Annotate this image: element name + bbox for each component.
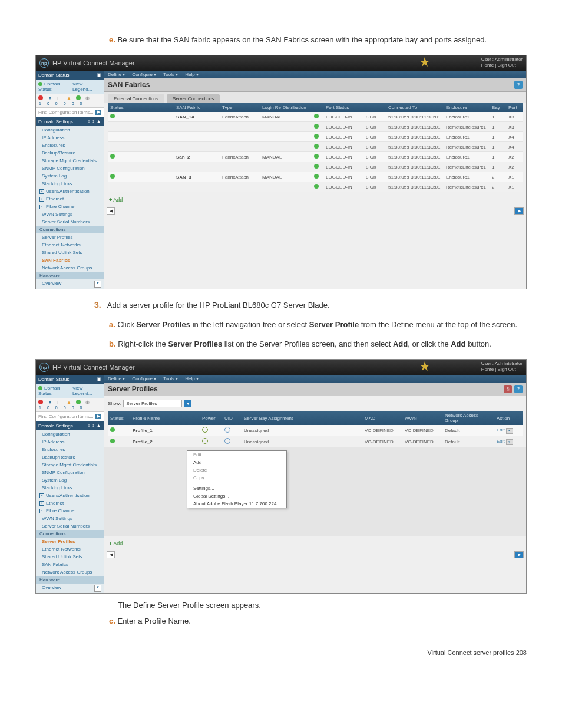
nav-wwn[interactable]: WWN Settings <box>36 515 104 522</box>
scroll-left-icon[interactable]: ◀ <box>107 551 115 558</box>
nav-connections-header[interactable]: Connections <box>36 226 104 233</box>
nav-configuration[interactable]: Configuration <box>36 430 104 438</box>
add-button[interactable]: + Add <box>104 192 526 207</box>
domain-settings-header[interactable]: Domain Settings ↕ ↕ ▲ <box>36 117 104 126</box>
edit-action[interactable]: Edit▾ <box>497 439 513 444</box>
nav-stacking-links[interactable]: Stacking Links <box>36 180 104 187</box>
show-select[interactable]: Server Profiles <box>123 400 182 407</box>
nav-serial-numbers[interactable]: Server Serial Numbers <box>36 522 104 530</box>
nav-serial-numbers[interactable]: Server Serial Numbers <box>36 218 104 226</box>
menu-configure[interactable]: Configure ▾ <box>132 72 156 77</box>
menu-define[interactable]: Define ▾ <box>108 376 125 381</box>
nav-connections-header[interactable]: Connections <box>36 530 104 538</box>
nav-shared-uplinks[interactable]: Shared Uplink Sets <box>36 553 104 561</box>
nav-ethernet[interactable]: +Ethernet <box>36 499 104 507</box>
tab-server-connections[interactable]: Server Connections <box>167 94 220 103</box>
menu-tools[interactable]: Tools ▾ <box>163 72 178 77</box>
menu-define[interactable]: Define ▾ <box>108 72 125 77</box>
search-input[interactable]: Find Configuration Items... ▶ <box>36 412 104 421</box>
nav-ip-address[interactable]: IP Address <box>36 134 104 141</box>
tool-icon[interactable]: ⎘ <box>504 385 512 393</box>
domain-status-body[interactable]: Domain Status View Legend... <box>36 384 104 398</box>
nav-enclosures[interactable]: Enclosures <box>36 446 104 453</box>
context-global-settings[interactable]: Global Settings... <box>187 492 286 500</box>
table-row[interactable]: LOGGED-IN8 Gb51:08:05:F3:00:11:3C:01Encl… <box>108 132 523 142</box>
menu-help[interactable]: Help ▾ <box>185 376 199 381</box>
scroll-right-icon[interactable]: ▶ <box>514 207 524 215</box>
menu-tools[interactable]: Tools ▾ <box>163 376 178 381</box>
scroll-left-icon[interactable]: ◀ <box>107 207 115 215</box>
nav-network-access-groups[interactable]: Network Access Groups <box>36 568 104 576</box>
nav-snmp[interactable]: SNMP Configuration <box>36 164 104 172</box>
chevron-down-icon[interactable]: ▾ <box>506 428 513 434</box>
help-icon[interactable]: ? <box>514 81 523 89</box>
uid-icon[interactable] <box>224 427 230 433</box>
nav-shared-uplinks[interactable]: Shared Uplink Sets <box>36 249 104 256</box>
dropdown-icon[interactable]: ▼ <box>184 400 191 407</box>
nav-snmp[interactable]: SNMP Configuration <box>36 469 104 476</box>
scroll-down-icon[interactable]: ▼ <box>94 585 101 592</box>
profiles-content-area[interactable]: Edit Add Delete Copy Settings... Global … <box>104 447 526 536</box>
domain-settings-header[interactable]: Domain Settings ↕ ↕ ▲ <box>36 421 104 430</box>
nav-ethernet-networks[interactable]: Ethernet Networks <box>36 545 104 553</box>
nav-stacking-links[interactable]: Stacking Links <box>36 484 104 492</box>
menu-help[interactable]: Help ▾ <box>185 72 199 77</box>
nav-backup-restore[interactable]: Backup/Restore <box>36 453 104 461</box>
nav-overview[interactable]: Overview▼ <box>36 584 104 593</box>
context-settings[interactable]: Settings... <box>187 485 286 492</box>
menu-configure[interactable]: Configure ▾ <box>132 376 156 381</box>
nav-hardware-header[interactable]: Hardware <box>36 272 104 279</box>
nav-fibre[interactable]: −Fibre Channel <box>36 203 104 210</box>
context-delete[interactable]: Delete <box>187 466 286 474</box>
nav-server-profiles[interactable]: Server Profiles <box>36 233 104 241</box>
domain-status-body[interactable]: Domain Status View Legend... <box>36 80 104 94</box>
expand-icons[interactable]: ↕ ↕ ▲ <box>88 119 101 124</box>
user-links[interactable]: Home | Sign Out <box>481 367 523 373</box>
nav-backup-restore[interactable]: Backup/Restore <box>36 149 104 157</box>
nav-ip-address[interactable]: IP Address <box>36 438 104 446</box>
table-row[interactable]: LOGGED-IN8 Gb51:08:05:F3:00:11:3C:01Remo… <box>108 162 523 172</box>
nav-overview[interactable]: Overview▼ <box>36 279 104 289</box>
nav-system-log[interactable]: System Log <box>36 172 104 180</box>
add-button[interactable]: + Add <box>104 536 526 551</box>
table-row[interactable]: Profile_1UnassignedVC-DEFINEDVC-DEFINEDD… <box>108 425 523 436</box>
power-icon[interactable] <box>202 438 208 444</box>
nav-wwn[interactable]: WWN Settings <box>36 210 104 218</box>
nav-hardware-header[interactable]: Hardware <box>36 576 104 584</box>
table-row[interactable]: LOGGED-IN8 Gb51:08:05:F3:00:11:3C:01Remo… <box>108 182 523 192</box>
table-row[interactable]: SAN_1AFabricAttachMANUALLOGGED-IN8 Gb51:… <box>108 112 523 122</box>
expand-icons[interactable]: ↕ ↕ ▲ <box>88 423 101 429</box>
table-row[interactable]: Profile_2UnassignedVC-DEFINEDVC-DEFINEDD… <box>108 436 523 447</box>
uid-icon[interactable] <box>224 438 230 444</box>
scroll-down-icon[interactable]: ▼ <box>94 281 101 288</box>
nav-enclosures[interactable]: Enclosures <box>36 141 104 149</box>
nav-san-fabrics[interactable]: SAN Fabrics <box>36 256 104 264</box>
nav-network-access-groups[interactable]: Network Access Groups <box>36 264 104 272</box>
context-copy[interactable]: Copy <box>187 474 286 482</box>
power-icon[interactable] <box>202 427 208 433</box>
table-row[interactable]: SAN_3FabricAttachMANUALLOGGED-IN8 Gb51:0… <box>108 172 523 182</box>
table-row[interactable]: LOGGED-IN8 Gb51:08:05:F3:00:11:3C:01Remo… <box>108 142 523 152</box>
context-edit[interactable]: Edit <box>187 451 286 459</box>
nav-ethernet-networks[interactable]: Ethernet Networks <box>36 241 104 249</box>
nav-users[interactable]: +Users/Authentication <box>36 492 104 499</box>
search-go-icon[interactable]: ▶ <box>95 110 101 115</box>
nav-storage-credentials[interactable]: Storage Mgmt Credentials <box>36 157 104 164</box>
collapse-icon[interactable]: ▣ <box>97 73 101 78</box>
context-about-flash[interactable]: About Adobe Flash Player 11.7.700.224... <box>187 500 286 508</box>
nav-server-profiles[interactable]: Server Profiles <box>36 538 104 545</box>
collapse-icon[interactable]: ▣ <box>97 377 101 382</box>
nav-san-fabrics[interactable]: SAN Fabrics <box>36 561 104 568</box>
search-input[interactable]: Find Configuration Items... ▶ <box>36 108 104 117</box>
search-go-icon[interactable]: ▶ <box>95 414 101 419</box>
tab-external-connections[interactable]: External Connections <box>108 94 164 103</box>
nav-storage-credentials[interactable]: Storage Mgmt Credentials <box>36 461 104 469</box>
table-row[interactable]: LOGGED-IN8 Gb51:08:05:F3:00:11:3C:01Remo… <box>108 122 523 132</box>
scroll-right-icon[interactable]: ▶ <box>514 551 524 558</box>
help-icon[interactable]: ? <box>514 385 523 393</box>
nav-system-log[interactable]: System Log <box>36 476 104 484</box>
context-add[interactable]: Add <box>187 459 286 466</box>
user-links[interactable]: Home | Sign Out <box>481 62 523 68</box>
nav-configuration[interactable]: Configuration <box>36 126 104 134</box>
table-row[interactable]: San_2FabricAttachMANUALLOGGED-IN8 Gb51:0… <box>108 152 523 162</box>
